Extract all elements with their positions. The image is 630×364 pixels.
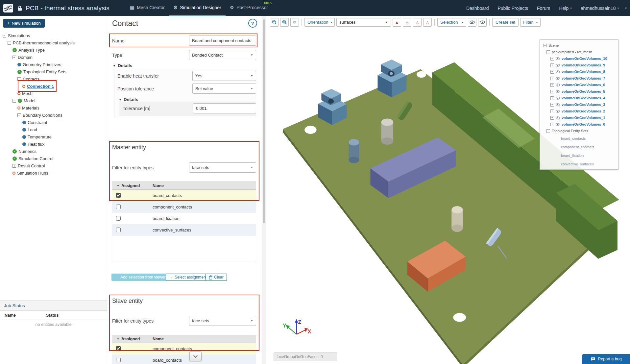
eye-icon[interactable] <box>556 64 560 67</box>
collapse-icon[interactable]: − <box>17 77 21 81</box>
expand-icon[interactable]: + <box>550 96 554 100</box>
expand-icon[interactable]: + <box>550 63 554 67</box>
tree-item-analysis-type[interactable]: ✓Analysis Type <box>0 46 107 54</box>
user-menu[interactable]: ahmedhussain18▾ <box>581 6 619 11</box>
capacitor-cylinder-beige[interactable] <box>451 206 463 232</box>
volume-node[interactable]: +volumeOnGeoVolumes_3 <box>543 101 616 108</box>
tab-post-processor[interactable]: ⚙ Post-Processor BETA <box>226 0 272 16</box>
expand-icon[interactable]: + <box>550 123 554 126</box>
collapse-icon[interactable]: − <box>546 50 550 54</box>
link-dashboard[interactable]: Dashboard <box>466 6 489 11</box>
volume-node[interactable]: +volumeOnGeoVolumes_7 <box>543 75 616 82</box>
select-assignment-button[interactable]: → Select assignment <box>166 274 210 281</box>
tree-item-materials[interactable]: Materials <box>0 104 107 111</box>
tree-item-simulation-runs[interactable]: Simulation Runs <box>0 169 107 177</box>
volume-node[interactable]: +volumeOnGeoVolumes_9 <box>543 62 616 68</box>
collapse-icon[interactable]: − <box>546 129 550 133</box>
reset-view-button[interactable]: ↻ <box>290 18 299 27</box>
eye-icon[interactable] <box>556 97 560 100</box>
link-public-projects[interactable]: Public Projects <box>497 6 528 11</box>
selection-dropdown[interactable]: Selection▾ <box>437 18 466 27</box>
collapse-icon[interactable]: − <box>543 44 547 47</box>
tree-item-model[interactable]: −✓Model <box>0 97 107 104</box>
eye-icon[interactable] <box>556 57 560 60</box>
expand-icon[interactable]: + <box>550 83 554 87</box>
volume-node[interactable]: +volumeOnGeoVolumes_5 <box>543 88 616 95</box>
tree-item-simulations[interactable]: −Simulations <box>0 32 107 39</box>
eye-icon[interactable] <box>556 77 560 80</box>
entity-row[interactable]: board_contacts <box>112 190 256 201</box>
tab-mesh-creator[interactable]: ▦ Mesh Creator <box>126 0 169 16</box>
entity-row[interactable]: convective_surfaces <box>112 224 256 236</box>
volume-node[interactable]: +volumeOnGeoVolumes_8 <box>543 68 616 75</box>
expand-icon[interactable]: + <box>550 103 554 107</box>
entity-set-node[interactable]: convective_surfaces <box>543 160 616 168</box>
entity-set-node[interactable]: component_contacts <box>543 143 616 151</box>
tree-item-constraint[interactable]: Constraint <box>0 119 107 126</box>
tree-item-topological-entity-sets[interactable]: ✓Topological Entity Sets <box>0 68 107 75</box>
tolerance-input[interactable] <box>193 103 256 113</box>
expand-icon[interactable]: + <box>550 116 554 120</box>
volume-node[interactable]: +volumeOnGeoVolumes_1 <box>543 114 616 121</box>
tree-item-simulation-control[interactable]: ✓Simulation Control <box>0 155 107 162</box>
tree-item-geometry-primitives[interactable]: Geometry Primitives <box>0 61 107 68</box>
help-menu[interactable]: Help▾ <box>559 6 572 11</box>
expand-icon[interactable]: + <box>12 164 16 168</box>
tree-item-contacts[interactable]: −Contacts <box>0 75 107 83</box>
table-header[interactable]: ▼ Assigned Name <box>112 335 256 343</box>
expand-icon[interactable]: + <box>550 109 554 113</box>
volume-node[interactable]: +volumeOnGeoVolumes_0 <box>543 121 616 128</box>
tree-item-load[interactable]: Load <box>0 126 107 133</box>
entity-set-node[interactable]: board_contacts <box>543 134 616 143</box>
clip-plane-button-2[interactable]: △ <box>403 18 411 27</box>
create-set-button[interactable]: Create set <box>492 18 519 27</box>
tree-item-heat-flux[interactable]: Heat flux <box>0 140 107 148</box>
subdetails-section-header[interactable]: ▼ Details <box>119 97 138 102</box>
assigned-checkbox[interactable] <box>116 358 121 362</box>
collapse-icon[interactable]: − <box>3 34 6 37</box>
entity-row[interactable]: board_contacts <box>112 354 256 364</box>
table-header[interactable]: ▼ Assigned Name <box>112 182 256 190</box>
simscale-logo[interactable] <box>3 4 13 12</box>
zoom-in-button[interactable] <box>270 18 279 27</box>
transformer-component-top[interactable] <box>377 60 406 97</box>
clip-plane-button-4[interactable]: △ <box>423 18 432 27</box>
chevron-down-icon[interactable]: ▾ <box>625 6 627 10</box>
collapse-icon[interactable]: − <box>17 113 21 117</box>
face-group-input[interactable]: faceGroupOnGeoFaces_0 <box>274 352 337 361</box>
sort-caret-icon[interactable]: ▼ <box>117 184 119 187</box>
scroll-down-button[interactable] <box>189 352 202 361</box>
volume-node[interactable]: +volumeOnGeoVolumes_2 <box>543 108 616 114</box>
collapse-icon[interactable]: − <box>12 56 16 59</box>
details-section-header[interactable]: ▼ Details <box>113 63 132 68</box>
entity-row[interactable]: component_contacts <box>112 201 256 213</box>
entity-sets-node[interactable]: −Topological Entity Sets <box>543 128 616 134</box>
zoom-window-button[interactable] <box>280 18 289 27</box>
tree-item-pcb-thermomechanical-analysis[interactable]: −PCB-thermomechanical analysis <box>0 39 107 46</box>
type-select[interactable]: Bonded Contact ▼ <box>189 50 256 60</box>
expand-icon[interactable]: + <box>550 77 554 80</box>
position-tolerance-select[interactable]: Set value ▼ <box>192 84 256 94</box>
collapse-icon[interactable]: − <box>8 41 11 45</box>
tree-item-domain[interactable]: −Domain <box>0 54 107 61</box>
panel-scrollbar[interactable] <box>262 16 266 364</box>
eye-icon[interactable] <box>556 70 560 73</box>
tree-item-boundary-conditions[interactable]: −Boundary Conditions <box>0 111 107 119</box>
hide-selection-button[interactable] <box>468 18 476 27</box>
link-forum[interactable]: Forum <box>537 6 550 11</box>
capacitor-cylinder-blue[interactable] <box>349 139 359 163</box>
expand-icon[interactable]: + <box>550 70 554 74</box>
sort-caret-icon[interactable]: ▼ <box>117 338 119 341</box>
assigned-checkbox[interactable] <box>116 228 121 232</box>
entity-set-node[interactable]: board_fixation <box>543 151 616 160</box>
scrollbar-thumb[interactable] <box>263 19 265 223</box>
master-filter-select[interactable]: face sets ▼ <box>189 162 256 173</box>
tree-item-connection-1[interactable]: Connection 1 <box>0 83 107 90</box>
expand-icon[interactable]: + <box>550 90 554 93</box>
transformer-component-left[interactable] <box>318 89 347 125</box>
volume-node[interactable]: +volumeOnGeoVolumes_4 <box>543 95 616 101</box>
report-bug-button[interactable]: Report a bug <box>582 354 630 364</box>
heat-transfer-select[interactable]: Yes ▼ <box>192 71 256 81</box>
scene-node[interactable]: −Scene <box>543 42 616 49</box>
tab-simulation-designer[interactable]: ⚙ Simulation Designer <box>169 0 226 16</box>
